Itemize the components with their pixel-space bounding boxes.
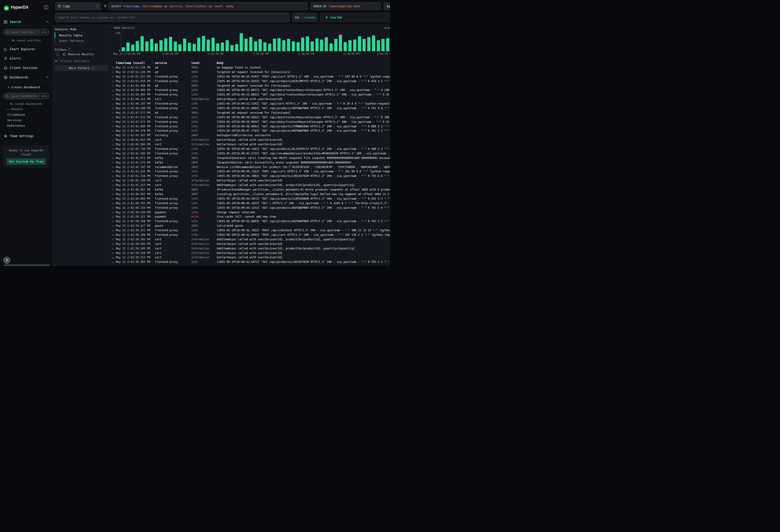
sidebar-item-team-settings[interactable]: Team Settings <box>0 133 52 139</box>
histogram-bar[interactable] <box>235 44 238 51</box>
histogram-bar[interactable] <box>193 44 196 51</box>
histogram-bar[interactable] <box>159 40 162 51</box>
save-button[interactable]: Sa <box>384 2 390 10</box>
source-settings-gear-icon[interactable] <box>103 4 107 8</box>
histogram-bar[interactable] <box>362 39 366 51</box>
histogram-bar[interactable] <box>145 41 148 51</box>
search-input[interactable]: Search your events w/ Lucene ex. column:… <box>55 13 289 22</box>
sidebar-item-dashboards[interactable]: Dashboards <box>0 74 52 80</box>
log-row[interactable]: May 22 2:42:40.895 PMfrontend-proxyinfo[… <box>110 197 390 201</box>
log-row[interactable]: May 22 2:42:49.147 PMfrontend-proxyinfo[… <box>110 102 390 106</box>
log-row[interactable]: May 22 2:42:39.303 PMcartInformationAddI… <box>110 237 390 242</box>
histogram-bar[interactable] <box>240 33 243 51</box>
sidebar-item-alerts[interactable]: Alerts <box>0 55 52 61</box>
histogram-bar[interactable] <box>278 38 281 51</box>
histogram-bar[interactable] <box>263 42 266 51</box>
saved-searches-input[interactable]: Saved Searches ⌘ K <box>3 29 49 36</box>
log-row[interactable]: May 22 2:42:49.151 PMcartInformationGetC… <box>110 97 390 102</box>
log-row[interactable]: May 22 2:42:50.496 PMfrontend-proxyinfo[… <box>110 88 390 93</box>
log-row[interactable]: May 22 2:42:40.567 PMkafkaINFO[ProducerS… <box>110 188 390 192</box>
histogram-bar[interactable] <box>320 40 323 51</box>
log-row[interactable]: May 22 2:42:43.457 PMcartInformationGetC… <box>110 138 390 142</box>
preset-item-clickhouse[interactable]: ClickHouse <box>7 113 25 116</box>
histogram-bar[interactable] <box>188 43 191 51</box>
histogram-bar[interactable] <box>301 37 304 51</box>
log-row[interactable]: May 22 2:42:39.308 PMfrontend-proxyinfo[… <box>110 233 390 237</box>
histogram-bar[interactable] <box>178 44 182 51</box>
histogram-bar[interactable] <box>315 38 319 51</box>
log-row[interactable]: May 22 2:42:51.139 PMadINFOTargeted ad r… <box>110 70 390 75</box>
select-clause-input[interactable]: SELECT Timestamp, ServiceName as service… <box>108 2 308 10</box>
histogram-bar[interactable] <box>386 38 389 51</box>
histogram-bar[interactable] <box>282 40 285 51</box>
order-by-input[interactable]: ORDER BY TimestampTime DESC <box>311 2 381 10</box>
histogram-bar[interactable] <box>174 42 177 51</box>
column-header-timestamp[interactable]: Timestamp (Local) <box>116 61 155 65</box>
histogram-bar[interactable] <box>325 37 328 51</box>
histogram-bar[interactable] <box>169 37 172 51</box>
log-row[interactable]: May 22 2:42:39.305 PMfrontend-proxyinfo[… <box>110 260 390 264</box>
log-row[interactable]: May 22 2:42:42.187 PMrecommendationINFOR… <box>110 165 390 170</box>
column-header-level[interactable]: level <box>191 61 217 65</box>
mode-results-table[interactable]: Results Table <box>55 33 108 38</box>
log-row[interactable]: May 22 2:42:42.575 PMkafkaINFO[SnapshotE… <box>110 160 390 165</box>
histogram-bar[interactable] <box>330 43 333 51</box>
histogram-bar[interactable] <box>216 43 219 51</box>
log-row[interactable]: May 22 2:42:39.317 PMquoteINFOCalculated… <box>110 224 390 228</box>
log-row[interactable]: May 22 2:42:39.320 PMpaymentinfoCharge r… <box>110 210 390 215</box>
source-select[interactable]: Logs <box>55 2 101 10</box>
log-row[interactable]: May 22 2:42:41.325 PMfrontend-proxyinfo[… <box>110 170 390 174</box>
sidebar-collapse-button[interactable] <box>44 5 48 9</box>
histogram-bar[interactable] <box>136 41 139 51</box>
denoise-checkbox[interactable] <box>56 52 60 56</box>
column-header-service[interactable]: service <box>155 61 191 65</box>
histogram-bar[interactable] <box>244 39 248 51</box>
create-dashboard-button[interactable]: + Create Dashboard <box>8 86 40 89</box>
histogram-bar[interactable] <box>254 41 257 51</box>
histogram-bar[interactable] <box>292 41 295 51</box>
column-resize-handle[interactable] <box>214 62 215 65</box>
saved-dashboards-input[interactable]: Saved Dashboards ⌘ K <box>3 93 49 99</box>
histogram-bar[interactable] <box>339 35 342 51</box>
log-row[interactable]: May 22 2:42:51.534 PMfrontend-proxyinfo[… <box>110 79 390 84</box>
histogram-bar[interactable] <box>202 36 205 51</box>
histogram-bar[interactable] <box>377 40 380 51</box>
mode-event-patterns[interactable]: Event Patterns <box>55 38 108 43</box>
histogram-bar[interactable] <box>311 41 314 51</box>
bottom-launcher-partial[interactable] <box>4 264 50 266</box>
histogram-bar[interactable] <box>150 39 153 51</box>
histogram-bar[interactable] <box>221 43 224 51</box>
log-row[interactable]: May 22 2:42:39.309 PMcartInformationAddI… <box>110 246 390 251</box>
histogram-bar[interactable] <box>127 43 130 51</box>
histogram-bar[interactable] <box>273 39 276 51</box>
get-started-button[interactable]: Get Started for Free <box>6 158 46 165</box>
histogram-bar[interactable] <box>197 38 200 51</box>
log-row[interactable]: May 22 2:42:39.298 PMfrontend-proxyinfo[… <box>110 219 390 224</box>
log-row[interactable]: May 22 2:42:39.311 PMfrontend-proxyinfo[… <box>110 228 390 233</box>
log-row[interactable]: May 22 2:42:47.571 PMfrontend-proxyinfo[… <box>110 120 390 125</box>
histogram-bar[interactable] <box>155 43 158 51</box>
sidebar-item-client-sessions[interactable]: Client Sessions <box>0 65 52 71</box>
presets-toggle[interactable]: PRESETS <box>7 108 23 111</box>
log-row[interactable]: May 22 2:42:44.378 PMfrontend-proxyinfo[… <box>110 129 390 133</box>
histogram-bar[interactable] <box>131 45 134 51</box>
sidebar-item-search[interactable]: Search <box>0 19 52 25</box>
sql-mode-link[interactable]: SQL <box>295 16 300 19</box>
histogram-bar[interactable] <box>381 39 385 51</box>
histogram-bar[interactable] <box>334 39 337 51</box>
log-row[interactable]: May 22 2:42:50.498 PMadINFOTargeted ad r… <box>110 84 390 88</box>
refresh-icon[interactable] <box>68 48 71 51</box>
help-button[interactable]: ? <box>3 257 10 264</box>
log-row[interactable]: May 22 2:42:40.567 PMkafkaINFO[LocalLog … <box>110 192 390 197</box>
histogram-bar[interactable] <box>268 43 271 51</box>
preset-item-kubernetes[interactable]: Kubernetes <box>7 124 25 127</box>
histogram-bar[interactable] <box>258 39 262 51</box>
histogram-bar[interactable] <box>121 47 125 51</box>
log-row[interactable]: May 22 2:42:42.183 PMfrontend-proxyinfo[… <box>110 151 390 156</box>
more-filters-button[interactable]: More filters <box>55 65 108 71</box>
histogram-bar[interactable] <box>344 42 347 51</box>
log-row[interactable]: May 22 2:42:43.367 PMcurrencyINFOGetSupp… <box>110 133 390 138</box>
column-resize-handle[interactable] <box>189 62 189 65</box>
histogram-bar[interactable] <box>183 39 186 51</box>
log-row[interactable]: May 22 2:42:40.733 PMfrontend-proxyinfo[… <box>110 206 390 210</box>
